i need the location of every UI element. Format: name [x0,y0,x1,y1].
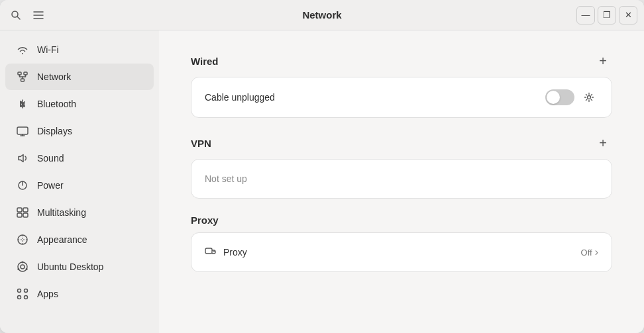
svg-point-17 [21,265,25,269]
vpn-add-button[interactable]: + [594,134,612,152]
proxy-title: Proxy [191,214,219,226]
vpn-title: VPN [191,138,211,149]
vpn-not-set-up-label: Not set up [205,173,598,184]
svg-rect-26 [205,248,212,254]
sidebar-item-bluetooth[interactable]: Bluetooth [5,91,154,117]
sidebar-item-multitasking[interactable]: Multitasking [5,199,154,226]
svg-rect-11 [17,208,22,212]
search-button[interactable] [7,6,25,24]
svg-point-27 [213,251,215,252]
svg-point-15 [18,235,27,244]
svg-rect-14 [23,213,28,217]
sidebar-item-ubuntu-desktop[interactable]: Ubuntu Desktop [5,254,154,280]
sidebar-item-power[interactable]: Power [5,172,154,199]
svg-point-25 [588,96,591,99]
svg-point-16 [18,262,27,271]
svg-point-23 [18,296,21,299]
proxy-label: Proxy [223,247,581,258]
sidebar-label-power: Power [37,180,64,191]
network-icon [16,70,29,83]
svg-rect-13 [17,213,22,217]
sidebar-item-network[interactable]: Network [5,64,154,90]
proxy-card: Proxy Off › [191,232,612,272]
sidebar-label-ubuntu-desktop: Ubuntu Desktop [37,262,103,272]
wired-title: Wired [191,56,219,67]
proxy-status: Off [581,248,592,258]
cable-unplugged-row: Cable unplugged [191,77,612,117]
window-controls: — ❐ ✕ [576,6,637,24]
svg-point-24 [25,296,28,299]
svg-point-22 [25,289,28,293]
ubuntu-icon [16,260,29,273]
wired-gear-button[interactable] [580,88,598,107]
main-content: Wi-Fi Network [0,30,644,333]
vpn-header: VPN + [191,134,612,152]
svg-point-20 [17,268,19,270]
proxy-row[interactable]: Proxy Off › [191,233,612,271]
displays-icon [16,124,29,138]
vpn-section: VPN + Not set up [191,134,612,199]
svg-line-1 [17,17,20,19]
sidebar-item-wifi[interactable]: Wi-Fi [5,36,154,63]
sidebar-label-multitasking: Multitasking [37,207,86,218]
proxy-section: Proxy Proxy Off › [191,214,612,272]
vpn-card: Not set up [191,159,612,199]
wifi-icon [16,43,29,56]
minimize-button[interactable]: — [576,6,595,24]
wired-toggle[interactable] [545,89,574,105]
sidebar-item-sound[interactable]: Sound [5,145,154,171]
proxy-header: Proxy [191,214,612,226]
sidebar-item-displays[interactable]: Displays [5,118,154,144]
sound-icon [16,152,29,165]
cable-unplugged-label: Cable unplugged [205,92,545,103]
svg-point-21 [18,289,21,293]
settings-window: Network — ❐ ✕ Wi-Fi [0,0,644,333]
sidebar: Wi-Fi Network [0,30,159,333]
titlebar: Network — ❐ ✕ [0,0,644,30]
sidebar-label-network: Network [37,71,71,82]
sidebar-label-bluetooth: Bluetooth [37,99,76,109]
proxy-chevron-icon: › [595,246,598,258]
maximize-button[interactable]: ❐ [598,6,616,24]
sidebar-label-wifi: Wi-Fi [37,44,59,55]
window-title: Network [302,9,341,21]
vpn-not-set-up-row: Not set up [191,160,612,198]
proxy-icon [205,245,217,260]
bluetooth-icon [16,97,29,111]
sidebar-label-displays: Displays [37,126,72,136]
sidebar-item-appearance[interactable]: Appearance [5,226,154,253]
apps-icon [16,287,29,301]
svg-rect-12 [23,208,28,212]
svg-point-18 [22,262,24,263]
sidebar-label-apps: Apps [37,289,58,299]
svg-rect-9 [17,127,28,134]
menu-button[interactable] [29,6,48,24]
wired-card: Cable unplugged [191,77,612,118]
power-icon [16,179,29,192]
close-button[interactable]: ✕ [619,6,637,24]
content-area: Wired + Cable unplugged [159,30,644,333]
wired-section: Wired + Cable unplugged [191,52,612,118]
appearance-icon [16,233,29,246]
sidebar-item-apps[interactable]: Apps [5,281,154,307]
sidebar-label-appearance: Appearance [37,234,87,245]
multitasking-icon [16,206,29,219]
wired-add-button[interactable]: + [594,52,612,70]
wired-header: Wired + [191,52,612,70]
svg-point-19 [26,268,28,270]
sidebar-label-sound: Sound [37,153,64,164]
